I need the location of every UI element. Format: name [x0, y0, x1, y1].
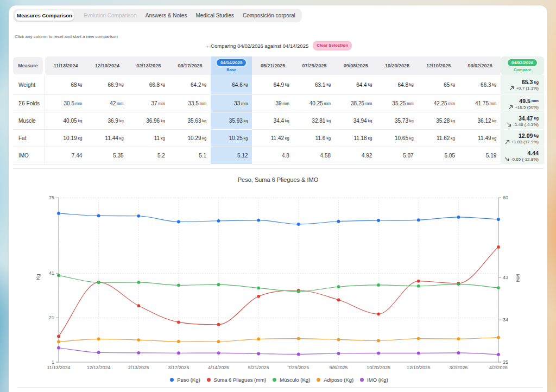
svg-text:12/10/2025: 12/10/2025: [407, 365, 431, 370]
svg-text:25: 25: [503, 359, 508, 365]
svg-text:5/21/2025: 5/21/2025: [248, 365, 269, 370]
svg-text:3/2/2026: 3/2/2026: [449, 365, 467, 370]
svg-text:75: 75: [49, 195, 54, 200]
svg-text:11/13/2024: 11/13/2024: [47, 365, 71, 370]
svg-text:10/20/2025: 10/20/2025: [367, 365, 390, 370]
svg-text:43: 43: [503, 275, 508, 280]
svg-text:9/8/2025: 9/8/2025: [330, 365, 348, 370]
svg-text:MM: MM: [515, 274, 521, 282]
svg-text:4/2/2026: 4/2/2026: [489, 365, 508, 370]
svg-text:60: 60: [503, 195, 508, 200]
svg-text:41: 41: [49, 270, 54, 276]
svg-text:1: 1: [52, 359, 54, 365]
svg-text:7/29/2025: 7/29/2025: [288, 365, 309, 370]
svg-text:21: 21: [49, 315, 54, 320]
svg-text:34: 34: [503, 317, 508, 323]
svg-text:2/13/2025: 2/13/2025: [128, 365, 149, 370]
svg-text:3/17/2025: 3/17/2025: [168, 365, 189, 370]
svg-text:12/13/2024: 12/13/2024: [87, 365, 111, 370]
svg-text:Kg: Kg: [35, 274, 41, 280]
svg-text:4/14/2025: 4/14/2025: [208, 365, 229, 370]
